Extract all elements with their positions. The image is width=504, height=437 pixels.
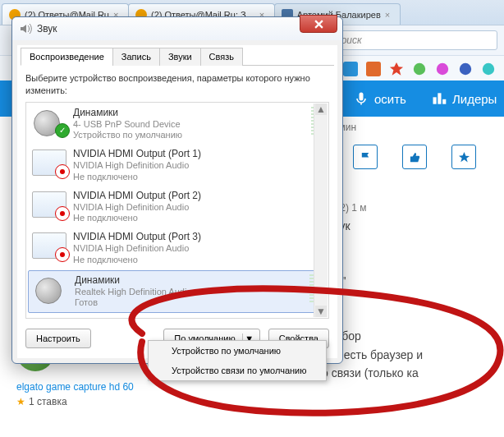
speaker-icon — [19, 22, 32, 35]
header-leaders[interactable]: Лидеры — [431, 90, 497, 107]
button-label: Настроить — [36, 334, 80, 343]
svg-point-3 — [414, 63, 425, 75]
tab-sounds[interactable]: Звуки — [159, 48, 201, 66]
tab-playback[interactable]: Воспроизведение — [21, 48, 113, 66]
device-name: Динамики — [75, 274, 303, 287]
device-row[interactable]: NVIDIA HDMI Output (Port 1) NVIDIA High … — [27, 145, 328, 186]
svg-rect-7 — [360, 93, 364, 101]
device-thumb — [32, 232, 66, 259]
dialog-title: Звук — [37, 23, 337, 34]
svg-rect-1 — [343, 62, 358, 76]
device-name: NVIDIA HDMI Output (Port 3) — [73, 231, 323, 243]
configure-button[interactable]: Настроить — [25, 329, 91, 348]
header-ask[interactable]: осить — [353, 90, 406, 107]
close-icon — [314, 20, 323, 29]
check-icon: ✓ — [55, 123, 70, 138]
device-driver: Realtek High Definition Audio — [75, 287, 303, 298]
default-dropdown-menu: Устройство по умолчанию Устройство связи… — [148, 340, 327, 381]
dialog-tabs: Воспроизведение Запись Звуки Связь — [21, 47, 334, 66]
device-status: Не подключено — [73, 255, 323, 266]
ext-icon[interactable] — [412, 62, 427, 76]
tab-comm[interactable]: Связь — [200, 48, 243, 66]
device-driver: NVIDIA High Definition Audio — [73, 243, 323, 255]
disconnected-icon — [55, 164, 70, 179]
ext-icon[interactable] — [389, 62, 404, 76]
flag-button[interactable] — [353, 145, 378, 169]
star-icon: ★ — [16, 396, 25, 407]
device-thumb — [34, 276, 68, 302]
device-status: Устройство по умолчанию — [73, 130, 305, 141]
header-label: Лидеры — [452, 92, 497, 106]
device-name: Динамики — [73, 107, 305, 119]
bars-icon — [431, 90, 447, 107]
scrollbar[interactable]: ▲ ▼ — [314, 104, 328, 317]
close-icon[interactable]: × — [385, 10, 393, 20]
sidebar-question-link[interactable]: elgato game capture hd 60 — [16, 381, 134, 393]
ext-icon[interactable] — [343, 62, 358, 76]
scroll-up-icon[interactable]: ▲ — [315, 104, 327, 115]
disconnected-icon — [55, 206, 70, 221]
svg-point-6 — [483, 63, 494, 75]
device-thumb: ✓ — [32, 108, 66, 135]
sound-dialog: Звук Воспроизведение Запись Звуки Связь … — [11, 16, 343, 364]
ext-icon[interactable] — [435, 62, 450, 76]
stake-text: 1 ставка — [29, 396, 67, 407]
svg-rect-8 — [433, 97, 436, 104]
menu-item-default-device[interactable]: Устройство по умолчанию — [149, 341, 326, 361]
device-thumb — [32, 150, 66, 176]
device-row-selected[interactable]: Динамики Realtek High Definition Audio Г… — [28, 270, 327, 314]
svg-rect-2 — [366, 62, 381, 76]
mic-icon — [353, 90, 369, 107]
ext-icon[interactable] — [481, 62, 496, 76]
device-driver: NVIDIA High Definition Audio — [73, 202, 323, 214]
device-driver: NVIDIA High Definition Audio — [73, 160, 323, 172]
scroll-down-icon[interactable]: ▼ — [315, 306, 327, 317]
device-list[interactable]: ✓ Динамики 4- USB PnP Sound Device Устро… — [25, 102, 329, 319]
star-button[interactable] — [451, 145, 476, 169]
device-status: Не подключено — [73, 213, 323, 224]
device-driver: 4- USB PnP Sound Device — [73, 119, 305, 131]
device-row[interactable]: NVIDIA HDMI Output (Port 3) NVIDIA High … — [27, 228, 328, 269]
answer-time: 1 м — [351, 202, 366, 214]
header-label: осить — [374, 92, 406, 106]
svg-point-5 — [460, 63, 471, 75]
device-name: NVIDIA HDMI Output (Port 1) — [73, 148, 323, 160]
like-button[interactable] — [402, 145, 427, 169]
device-status: Готов — [75, 297, 303, 309]
ext-icon[interactable] — [458, 62, 473, 76]
device-name: NVIDIA HDMI Output (Port 2) — [73, 190, 323, 202]
menu-item-default-comm[interactable]: Устройство связи по умолчанию — [149, 361, 326, 380]
instruction-text: Выберите устройство воспроизведения, пар… — [21, 72, 334, 102]
disconnected-icon — [55, 247, 70, 262]
device-status: Не подключено — [73, 172, 323, 183]
device-row[interactable]: ✓ Динамики 4- USB PnP Sound Device Устро… — [27, 104, 328, 145]
dialog-titlebar[interactable]: Звук — [12, 17, 342, 40]
close-button[interactable] — [300, 15, 337, 33]
device-thumb — [32, 191, 66, 218]
ext-icon[interactable] — [366, 62, 381, 76]
tab-recording[interactable]: Запись — [112, 48, 160, 66]
svg-rect-9 — [438, 93, 441, 104]
svg-rect-10 — [442, 99, 446, 104]
dialog-body: Воспроизведение Запись Звуки Связь Выбер… — [17, 45, 337, 358]
device-row[interactable]: NVIDIA HDMI Output (Port 2) NVIDIA High … — [27, 186, 328, 228]
svg-point-4 — [437, 63, 448, 75]
